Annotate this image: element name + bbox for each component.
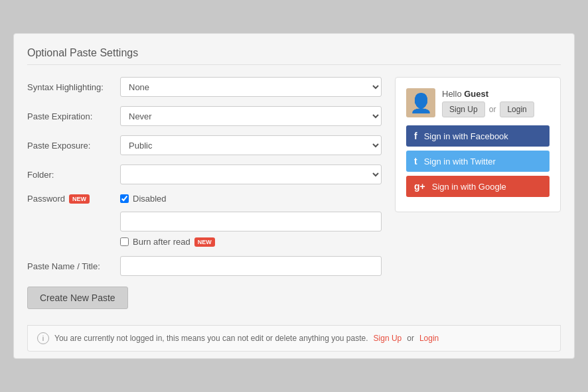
info-bar: i You are currently not logged in, this …	[27, 325, 561, 352]
folder-select[interactable]	[120, 164, 382, 184]
folder-label: Folder:	[27, 170, 120, 180]
paste-name-row: Paste Name / Title:	[27, 256, 382, 276]
syntax-control: None	[120, 77, 382, 97]
page-title: Optional Paste Settings	[27, 47, 561, 65]
syntax-select[interactable]: None	[120, 77, 382, 97]
twitter-signin-button[interactable]: t Sign in with Twitter	[406, 151, 550, 172]
folder-row: Folder:	[27, 164, 382, 184]
content-row: Syntax Highlighting: None Paste Expirati…	[27, 77, 561, 316]
password-row: Password NEW Disabled	[27, 194, 382, 231]
expiration-control: Never	[120, 106, 382, 126]
burn-checkbox[interactable]	[120, 237, 129, 246]
password-input[interactable]	[120, 212, 382, 231]
facebook-icon: f	[414, 131, 417, 141]
guest-greeting: Hello Guest	[442, 89, 534, 99]
guest-header: 👤 Hello Guest Sign Up or Login	[406, 88, 550, 117]
google-signin-button[interactable]: g+ Sign in with Google	[406, 176, 550, 197]
burn-label: Burn after read	[133, 237, 190, 247]
exposure-select[interactable]: Public	[120, 135, 382, 155]
password-label-group: Password NEW	[27, 194, 120, 204]
info-message: You are currently not logged in, this me…	[54, 334, 368, 343]
exposure-control: Public	[120, 135, 382, 155]
disabled-checkbox[interactable]	[120, 194, 129, 203]
google-icon: g+	[414, 181, 425, 192]
auth-buttons: Sign Up or Login	[442, 101, 534, 117]
info-or: or	[407, 334, 414, 343]
password-new-badge: NEW	[69, 194, 90, 204]
avatar-icon: 👤	[409, 92, 433, 114]
disabled-checkbox-row: Disabled	[120, 194, 382, 204]
or-text: or	[489, 105, 496, 114]
expiration-row: Paste Expiration: Never	[27, 106, 382, 126]
info-login-link[interactable]: Login	[419, 334, 439, 343]
password-label: Password	[27, 194, 65, 204]
exposure-row: Paste Exposure: Public	[27, 135, 382, 155]
create-paste-button[interactable]: Create New Paste	[27, 287, 128, 309]
login-button[interactable]: Login	[500, 101, 534, 117]
expiration-label: Paste Expiration:	[27, 111, 120, 121]
syntax-label: Syntax Highlighting:	[27, 82, 120, 92]
exposure-label: Paste Exposure:	[27, 141, 120, 151]
avatar: 👤	[406, 88, 435, 117]
signup-button[interactable]: Sign Up	[442, 101, 485, 117]
disabled-label: Disabled	[133, 194, 167, 204]
left-panel: Syntax Highlighting: None Paste Expirati…	[27, 77, 382, 316]
facebook-signin-button[interactable]: f Sign in with Facebook	[406, 125, 550, 147]
main-container: Optional Paste Settings Syntax Highlight…	[13, 33, 575, 359]
right-panel: 👤 Hello Guest Sign Up or Login f Sign	[395, 77, 561, 212]
syntax-row: Syntax Highlighting: None	[27, 77, 382, 97]
twitter-icon: t	[414, 156, 417, 166]
guest-info: Hello Guest Sign Up or Login	[442, 89, 534, 117]
info-signup-link[interactable]: Sign Up	[374, 334, 402, 343]
burn-new-badge: NEW	[194, 237, 215, 247]
expiration-select[interactable]: Never	[120, 106, 382, 126]
password-fields: Disabled	[120, 194, 382, 231]
info-icon: i	[37, 332, 49, 344]
burn-row: Burn after read NEW	[27, 237, 382, 247]
folder-control	[120, 164, 382, 184]
paste-name-label: Paste Name / Title:	[27, 261, 120, 271]
paste-name-input[interactable]	[120, 256, 382, 276]
